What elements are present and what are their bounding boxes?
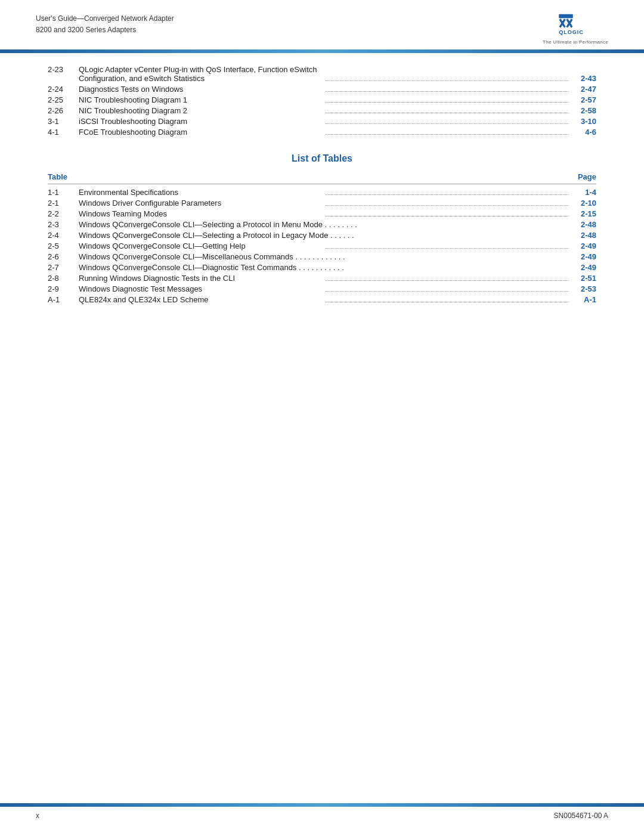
toc-num: 2-9 [48, 284, 79, 293]
toc-page: 2-48 [572, 231, 596, 240]
toc-page: 2-49 [572, 263, 596, 272]
toc-title: Windows QConvergeConsole CLI—Diagnostic … [79, 263, 572, 272]
toc-num: 2-23 [48, 65, 79, 74]
toc-page: 2-15 [572, 209, 596, 218]
toc-page: 2-48 [572, 220, 596, 229]
list-of-tables-heading: List of Tables [48, 153, 596, 164]
qlogic-logo-icon: QLOGIC [558, 13, 593, 38]
toc-num: 2-26 [48, 106, 79, 115]
toc-num: 2-5 [48, 241, 79, 250]
list-item: 2-6 Windows QConvergeConsole CLI—Miscell… [48, 252, 596, 261]
footer: x SN0054671-00 A [0, 803, 644, 833]
toc-num: 2-3 [48, 220, 79, 229]
toc-title-line2: Configuration, and eSwitch Statistics [79, 74, 322, 83]
toc-num: 1-1 [48, 188, 79, 197]
toc-dots [326, 248, 569, 249]
toc-page: 4-6 [572, 128, 596, 137]
footer-content: x SN0054671-00 A [0, 807, 644, 825]
toc-num: 4-1 [48, 128, 79, 137]
toc-page: A-1 [572, 295, 596, 304]
toc-page: 2-10 [572, 199, 596, 208]
toc-num: 2-25 [48, 95, 79, 104]
figures-list: 2-23 QLogic Adapter vCenter Plug-in with… [48, 65, 596, 137]
toc-title: Windows Diagnostic Test Messages [79, 284, 322, 293]
toc-title: Windows QConvergeConsole CLI—Selecting a… [79, 231, 572, 240]
list-item: 2-5 Windows QConvergeConsole CLI—Getting… [48, 241, 596, 250]
toc-title: Running Windows Diagnostic Tests in the … [79, 274, 322, 283]
toc-page: 1-4 [572, 188, 596, 197]
toc-page: 2-49 [572, 252, 596, 261]
toc-num: 2-1 [48, 199, 79, 208]
toc-row-fig-3-1: 3-1 iSCSI Troubleshooting Diagram 3-10 [48, 117, 596, 126]
toc-title: NIC Troubleshooting Diagram 2 [79, 106, 322, 115]
toc-dots [326, 302, 569, 302]
table-col-headers: Table Page [48, 172, 596, 184]
header-line2: 8200 and 3200 Series Adapters [36, 24, 174, 36]
toc-title: Windows QConvergeConsole CLI—Miscellaneo… [79, 252, 572, 261]
toc-title: NIC Troubleshooting Diagram 1 [79, 95, 322, 104]
toc-row-fig-2-25: 2-25 NIC Troubleshooting Diagram 1 2-57 [48, 95, 596, 104]
toc-page: 2-58 [572, 106, 596, 115]
toc-dots [326, 216, 569, 216]
list-item: 1-1 Environmental Specifications 1-4 [48, 188, 596, 197]
toc-num: 2-4 [48, 231, 79, 240]
col-header-table-label: Table [48, 172, 67, 181]
header: User's Guide—Converged Network Adapter 8… [0, 0, 644, 45]
toc-dots [326, 80, 569, 81]
toc-row-fig-2-26: 2-26 NIC Troubleshooting Diagram 2 2-58 [48, 106, 596, 115]
header-text: User's Guide—Converged Network Adapter 8… [36, 13, 174, 36]
toc-title: Diagnostics Tests on Windows [79, 85, 322, 94]
toc-dots [326, 102, 569, 103]
svg-text:QLOGIC: QLOGIC [559, 29, 583, 35]
toc-title: QLogic Adapter vCenter Plug-in with QoS … [79, 65, 596, 74]
toc-page: 2-53 [572, 284, 596, 293]
toc-page: 2-57 [572, 95, 596, 104]
toc-page: 2-43 [572, 74, 596, 83]
footer-right: SN0054671-00 A [554, 812, 608, 820]
list-item: 2-3 Windows QConvergeConsole CLI—Selecti… [48, 220, 596, 229]
toc-dots [326, 205, 569, 206]
list-item: 2-2 Windows Teaming Modes 2-15 [48, 209, 596, 218]
footer-left: x [36, 812, 39, 820]
list-item: 2-1 Windows Driver Configurable Paramete… [48, 199, 596, 208]
header-line1: User's Guide—Converged Network Adapter [36, 13, 174, 24]
toc-title: Windows QConvergeConsole CLI—Selecting a… [79, 220, 572, 229]
toc-title: Environmental Specifications [79, 188, 322, 197]
toc-row-fig-2-23: 2-23 QLogic Adapter vCenter Plug-in with… [48, 65, 596, 83]
toc-num: 2-8 [48, 274, 79, 283]
toc-dots [326, 123, 569, 124]
tables-list: 1-1 Environmental Specifications 1-4 2-1… [48, 188, 596, 304]
toc-title: Windows Teaming Modes [79, 209, 322, 218]
toc-title: QLE824x and QLE324x LED Scheme [79, 295, 322, 304]
toc-num: 2-24 [48, 85, 79, 94]
toc-title: Windows QConvergeConsole CLI—Getting Hel… [79, 241, 322, 250]
list-of-tables-section: List of Tables Table Page 1-1 Environmen… [48, 153, 596, 304]
toc-dots [326, 194, 569, 195]
toc-page: 2-51 [572, 274, 596, 283]
toc-title: Windows Driver Configurable Parameters [79, 199, 322, 208]
toc-title: iSCSI Troubleshooting Diagram [79, 117, 322, 126]
svg-rect-0 [559, 14, 573, 18]
toc-dots [326, 291, 569, 292]
list-item: 2-8 Running Windows Diagnostic Tests in … [48, 274, 596, 283]
toc-dots [326, 134, 569, 135]
toc-title: FCoE Troubleshooting Diagram [79, 128, 322, 137]
logo-tagline: The Ultimate in Performance [543, 39, 608, 45]
list-item: A-1 QLE824x and QLE324x LED Scheme A-1 [48, 295, 596, 304]
list-item: 2-9 Windows Diagnostic Test Messages 2-5… [48, 284, 596, 293]
toc-page: 2-47 [572, 85, 596, 94]
logo-area: QLOGIC The Ultimate in Performance [543, 13, 608, 45]
toc-dots [326, 280, 569, 281]
toc-dots [326, 113, 569, 113]
toc-num: 3-1 [48, 117, 79, 126]
toc-dots [326, 91, 569, 92]
list-item: 2-7 Windows QConvergeConsole CLI—Diagnos… [48, 263, 596, 272]
list-item: 2-4 Windows QConvergeConsole CLI—Selecti… [48, 231, 596, 240]
main-content: 2-23 QLogic Adapter vCenter Plug-in with… [0, 53, 644, 354]
toc-page: 3-10 [572, 117, 596, 126]
toc-page: 2-49 [572, 241, 596, 250]
toc-row-fig-2-24: 2-24 Diagnostics Tests on Windows 2-47 [48, 85, 596, 94]
toc-row-fig-4-1: 4-1 FCoE Troubleshooting Diagram 4-6 [48, 128, 596, 137]
toc-num: 2-2 [48, 209, 79, 218]
toc-num: 2-7 [48, 263, 79, 272]
